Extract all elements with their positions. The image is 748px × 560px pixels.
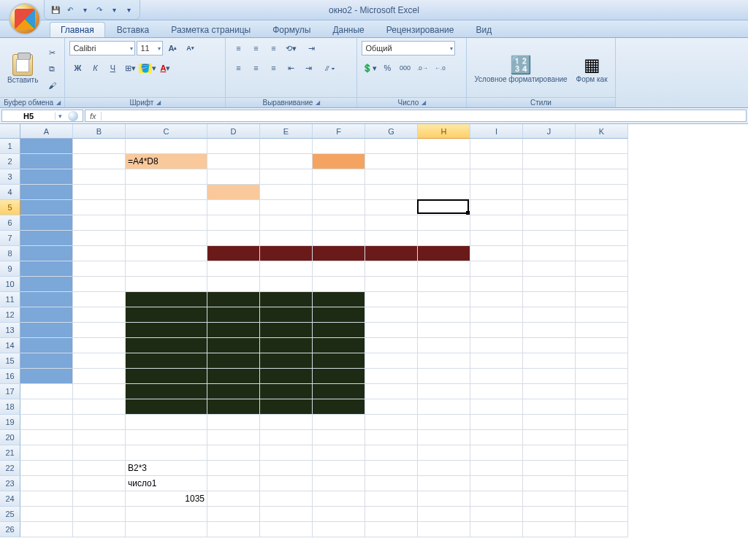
cell-K17[interactable]: [576, 384, 628, 399]
row-header-26[interactable]: 26: [0, 522, 20, 537]
conditional-format-button[interactable]: 🔢 Условное форматирование: [471, 53, 570, 85]
cell-A5[interactable]: [20, 200, 73, 215]
cell-K3[interactable]: [576, 169, 628, 185]
cell-J5[interactable]: [523, 200, 576, 215]
cell-E15[interactable]: [260, 353, 313, 369]
cell-H5[interactable]: [418, 200, 470, 215]
cell-D15[interactable]: [207, 353, 260, 369]
cell-D18[interactable]: [207, 399, 260, 415]
cell-A26[interactable]: [20, 522, 73, 537]
cell-D12[interactable]: [207, 307, 260, 323]
cell-E4[interactable]: [260, 185, 313, 200]
cell-I3[interactable]: [470, 169, 523, 185]
cell-F18[interactable]: [313, 399, 365, 415]
cell-H10[interactable]: [418, 277, 470, 292]
decrease-decimal-icon[interactable]: ←.0: [432, 61, 448, 75]
borders-icon[interactable]: ⊞▾: [122, 61, 138, 75]
cell-K21[interactable]: [576, 445, 628, 461]
cell-J17[interactable]: [523, 384, 576, 399]
cell-B6[interactable]: [73, 215, 126, 231]
cell-G7[interactable]: [365, 231, 418, 246]
save-icon[interactable]: 💾: [49, 3, 62, 16]
row-header-8[interactable]: 8: [0, 246, 20, 261]
qat-more-icon[interactable]: ▾: [122, 3, 135, 16]
cell-K16[interactable]: [576, 369, 628, 384]
cell-D11[interactable]: [207, 292, 260, 307]
row-header-14[interactable]: 14: [0, 338, 20, 353]
col-header-D[interactable]: D: [207, 124, 260, 139]
cell-I19[interactable]: [470, 415, 523, 430]
cell-G4[interactable]: [365, 185, 418, 200]
row-header-3[interactable]: 3: [0, 169, 20, 185]
cell-B5[interactable]: [73, 200, 126, 215]
cell-G3[interactable]: [365, 169, 418, 185]
col-header-I[interactable]: I: [470, 124, 523, 139]
cell-C14[interactable]: [126, 338, 207, 353]
cell-I6[interactable]: [470, 215, 523, 231]
cell-G2[interactable]: [365, 154, 418, 169]
cell-H20[interactable]: [418, 430, 470, 445]
cell-E5[interactable]: [260, 200, 313, 215]
cell-E2[interactable]: [260, 154, 313, 169]
cut-icon[interactable]: ✂: [44, 46, 60, 61]
merge-icon[interactable]: ⫽▾: [318, 61, 340, 75]
office-button[interactable]: [9, 3, 41, 35]
cell-J7[interactable]: [523, 231, 576, 246]
cell-A2[interactable]: [20, 154, 73, 169]
cell-K25[interactable]: [576, 507, 628, 522]
cell-F20[interactable]: [313, 430, 365, 445]
cell-C22[interactable]: B2*3: [126, 461, 207, 476]
shrink-font-icon[interactable]: A▾: [182, 41, 198, 55]
cell-C4[interactable]: [126, 185, 207, 200]
cell-G12[interactable]: [365, 307, 418, 323]
cell-E22[interactable]: [260, 461, 313, 476]
cell-E23[interactable]: [260, 476, 313, 491]
cell-K19[interactable]: [576, 415, 628, 430]
cell-K26[interactable]: [576, 522, 628, 537]
cell-A20[interactable]: [20, 430, 73, 445]
cell-I15[interactable]: [470, 353, 523, 369]
cell-F4[interactable]: [313, 185, 365, 200]
cell-K8[interactable]: [576, 246, 628, 261]
formula-input[interactable]: [102, 112, 746, 120]
indent-decrease-icon[interactable]: ⇤: [283, 61, 299, 75]
cell-D4[interactable]: [207, 185, 260, 200]
undo-icon[interactable]: ↶: [64, 3, 77, 16]
cell-J24[interactable]: [523, 491, 576, 507]
cell-B14[interactable]: [73, 338, 126, 353]
cell-I16[interactable]: [470, 369, 523, 384]
cell-J23[interactable]: [523, 476, 576, 491]
cell-A14[interactable]: [20, 338, 73, 353]
fill-color-icon[interactable]: 🪣▾: [140, 61, 156, 75]
cell-F22[interactable]: [313, 461, 365, 476]
cell-H8[interactable]: [418, 246, 470, 261]
align-middle-icon[interactable]: ≡: [248, 41, 264, 55]
cell-K7[interactable]: [576, 231, 628, 246]
cell-I7[interactable]: [470, 231, 523, 246]
cell-C6[interactable]: [126, 215, 207, 231]
cell-D19[interactable]: [207, 415, 260, 430]
cell-G22[interactable]: [365, 461, 418, 476]
cell-J16[interactable]: [523, 369, 576, 384]
cell-F26[interactable]: [313, 522, 365, 537]
cell-E13[interactable]: [260, 323, 313, 338]
tab-view[interactable]: Вид: [465, 23, 502, 37]
row-header-25[interactable]: 25: [0, 507, 20, 522]
row-header-9[interactable]: 9: [0, 261, 20, 277]
cell-G10[interactable]: [365, 277, 418, 292]
cell-C12[interactable]: [126, 307, 207, 323]
align-bottom-icon[interactable]: ≡: [265, 41, 281, 55]
row-header-5[interactable]: 5: [0, 200, 20, 215]
cell-D17[interactable]: [207, 384, 260, 399]
cell-C1[interactable]: [126, 139, 207, 154]
number-format-combo[interactable]: Общий: [362, 41, 455, 55]
cell-H26[interactable]: [418, 522, 470, 537]
cell-F23[interactable]: [313, 476, 365, 491]
format-table-button[interactable]: ▦ Форм как: [573, 53, 611, 85]
cell-H9[interactable]: [418, 261, 470, 277]
cell-A10[interactable]: [20, 277, 73, 292]
cell-I23[interactable]: [470, 476, 523, 491]
tab-insert[interactable]: Вставка: [107, 23, 160, 37]
cell-F16[interactable]: [313, 369, 365, 384]
cell-H25[interactable]: [418, 507, 470, 522]
